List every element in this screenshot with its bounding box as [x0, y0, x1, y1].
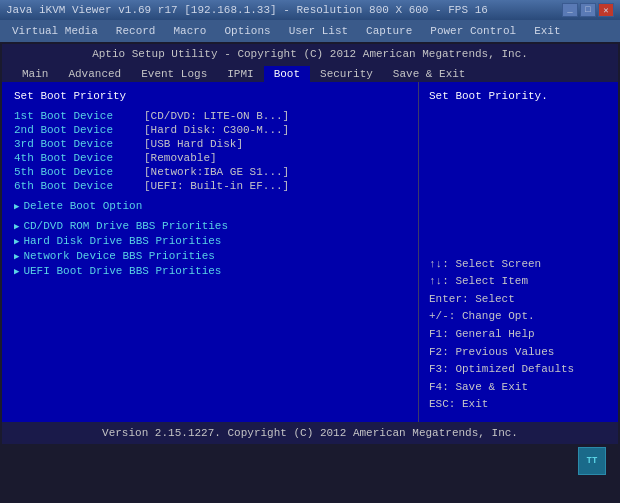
hint-enter: Enter: Select	[429, 291, 608, 309]
bios-header: Aptio Setup Utility - Copyright (C) 2012…	[2, 44, 618, 62]
hint-f2: F2: Previous Values	[429, 344, 608, 362]
right-panel: Set Boot Priority. ↑↓: Select Screen ↑↓:…	[418, 82, 618, 422]
help-text: Set Boot Priority.	[429, 90, 608, 102]
maximize-button[interactable]: □	[580, 3, 596, 17]
boot-device-3[interactable]: 3rd Boot Device [USB Hard Disk]	[14, 138, 406, 150]
tt-logo: TT	[578, 447, 606, 475]
boot-value-3: [USB Hard Disk]	[144, 138, 243, 150]
bios-area: Aptio Setup Utility - Copyright (C) 2012…	[2, 44, 618, 444]
bios-content: Set Boot Priority 1st Boot Device [CD/DV…	[2, 82, 618, 422]
boot-device-5[interactable]: 5th Boot Device [Network:IBA GE S1...]	[14, 166, 406, 178]
bbs-hdd-label: Hard Disk Drive BBS Priorities	[23, 235, 221, 247]
hint-f3: F3: Optimized Defaults	[429, 361, 608, 379]
hint-select-item: ↑↓: Select Item	[429, 273, 608, 291]
tab-event-logs[interactable]: Event Logs	[131, 66, 217, 82]
tab-security[interactable]: Security	[310, 66, 383, 82]
menu-macro[interactable]: Macro	[165, 23, 214, 39]
menu-exit[interactable]: Exit	[526, 23, 568, 39]
hint-f1: F1: General Help	[429, 326, 608, 344]
boot-device-1[interactable]: 1st Boot Device [CD/DVD: LITE-ON B...]	[14, 110, 406, 122]
boot-label-3: 3rd Boot Device	[14, 138, 144, 150]
bbs-uefi-label: UEFI Boot Drive BBS Priorities	[23, 265, 221, 277]
menu-user-list[interactable]: User List	[281, 23, 356, 39]
boot-device-4[interactable]: 4th Boot Device [Removable]	[14, 152, 406, 164]
tab-main[interactable]: Main	[12, 66, 58, 82]
key-hints: ↑↓: Select Screen ↑↓: Select Item Enter:…	[429, 256, 608, 414]
menu-virtual-media[interactable]: Virtual Media	[4, 23, 106, 39]
bbs-network[interactable]: Network Device BBS Priorities	[14, 250, 406, 262]
bbs-uefi[interactable]: UEFI Boot Drive BBS Priorities	[14, 265, 406, 277]
boot-value-6: [UEFI: Built-in EF...]	[144, 180, 289, 192]
bios-footer: Version 2.15.1227. Copyright (C) 2012 Am…	[2, 422, 618, 444]
boot-value-1: [CD/DVD: LITE-ON B...]	[144, 110, 289, 122]
tab-boot[interactable]: Boot	[264, 66, 310, 82]
titlebar-controls: _ □ ✕	[562, 3, 614, 17]
menu-power-control[interactable]: Power Control	[422, 23, 524, 39]
bbs-network-label: Network Device BBS Priorities	[23, 250, 214, 262]
boot-value-2: [Hard Disk: C300-M...]	[144, 124, 289, 136]
tab-save-exit[interactable]: Save & Exit	[383, 66, 476, 82]
boot-label-6: 6th Boot Device	[14, 180, 144, 192]
boot-label-2: 2nd Boot Device	[14, 124, 144, 136]
boot-label-4: 4th Boot Device	[14, 152, 144, 164]
boot-device-6[interactable]: 6th Boot Device [UEFI: Built-in EF...]	[14, 180, 406, 192]
menu-options[interactable]: Options	[216, 23, 278, 39]
menu-record[interactable]: Record	[108, 23, 164, 39]
main-wrapper: Java iKVM Viewer v1.69 r17 [192.168.1.33…	[0, 0, 620, 503]
titlebar-title: Java iKVM Viewer v1.69 r17 [192.168.1.33…	[6, 4, 488, 16]
close-button[interactable]: ✕	[598, 3, 614, 17]
tab-advanced[interactable]: Advanced	[58, 66, 131, 82]
titlebar: Java iKVM Viewer v1.69 r17 [192.168.1.33…	[0, 0, 620, 20]
bbs-cddvd[interactable]: CD/DVD ROM Drive BBS Priorities	[14, 220, 406, 232]
boot-device-2[interactable]: 2nd Boot Device [Hard Disk: C300-M...]	[14, 124, 406, 136]
delete-boot-option[interactable]: Delete Boot Option	[14, 200, 406, 212]
boot-label-1: 1st Boot Device	[14, 110, 144, 122]
delete-boot-label: Delete Boot Option	[23, 200, 142, 212]
bios-nav: Main Advanced Event Logs IPMI Boot Secur…	[2, 62, 618, 82]
hint-f4: F4: Save & Exit	[429, 379, 608, 397]
hint-esc: ESC: Exit	[429, 396, 608, 414]
section-title: Set Boot Priority	[14, 90, 406, 102]
hint-select-screen: ↑↓: Select Screen	[429, 256, 608, 274]
tab-ipmi[interactable]: IPMI	[217, 66, 263, 82]
boot-value-4: [Removable]	[144, 152, 217, 164]
bbs-hdd[interactable]: Hard Disk Drive BBS Priorities	[14, 235, 406, 247]
left-panel: Set Boot Priority 1st Boot Device [CD/DV…	[2, 82, 418, 422]
boot-value-5: [Network:IBA GE S1...]	[144, 166, 289, 178]
bbs-cddvd-label: CD/DVD ROM Drive BBS Priorities	[23, 220, 228, 232]
hint-change: +/-: Change Opt.	[429, 308, 608, 326]
boot-label-5: 5th Boot Device	[14, 166, 144, 178]
menubar: Virtual Media Record Macro Options User …	[0, 20, 620, 42]
minimize-button[interactable]: _	[562, 3, 578, 17]
menu-capture[interactable]: Capture	[358, 23, 420, 39]
